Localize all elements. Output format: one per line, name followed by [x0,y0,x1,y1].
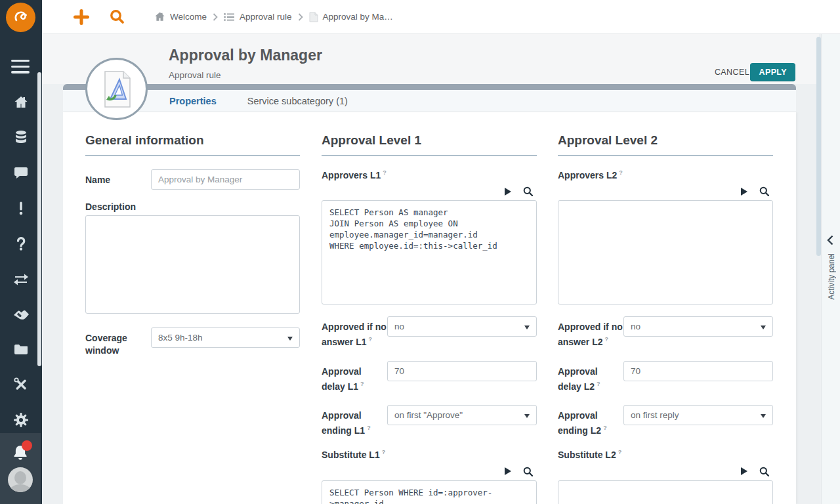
main-scrollbar[interactable] [816,37,821,256]
sidebar-item-admin-tools[interactable] [12,376,30,393]
approved-if-no-answer-l1-select[interactable]: no [387,316,537,337]
coverage-window-value: 8x5 9h-18h [158,333,203,343]
approvers-l2-textarea[interactable] [558,200,773,304]
approvers-l1-label: Approvers L1? [322,169,537,181]
sidebar-item-data[interactable] [12,129,30,146]
sidebar-item-transfers[interactable] [12,270,30,287]
app-logo[interactable] [6,3,35,32]
exclamation-icon [13,200,29,216]
question-icon [13,236,29,251]
chevron-down-icon [287,337,293,341]
chevron-right-icon [298,13,303,21]
menu-toggle-icon[interactable] [11,60,30,75]
name-label: Name [85,169,151,186]
breadcrumb-item-approval-rule[interactable]: Approval rule [224,12,292,22]
notification-badge [22,440,32,451]
approval-delay-l2-input[interactable] [623,361,773,381]
search-query-icon[interactable] [759,467,769,476]
field-name: Name [85,169,300,190]
sidebar-item-documents[interactable] [12,341,30,358]
name-input[interactable] [151,169,300,190]
oql-toolbar [322,186,537,196]
approvers-l1-textarea[interactable]: SELECT Person AS manager JOIN Person AS … [322,200,537,304]
fieldset-heading: General information [85,133,300,156]
approval-ending-l1-label: Approval ending L1? [322,405,387,437]
field-approval-delay-l1: Approval delay L1? [322,361,537,393]
fieldset-general-information: General information Name Description Cov… [85,112,300,504]
approval-delay-l2-label: Approval delay L2? [558,361,623,393]
chevron-down-icon [524,326,530,329]
plus-icon [72,8,91,26]
help-marker: ? [597,381,600,387]
approved-if-no-answer-l2-select[interactable]: no [623,316,773,337]
help-marker: ? [618,449,622,455]
search-query-icon[interactable] [523,467,533,476]
run-query-icon[interactable] [740,467,748,476]
list-icon [224,12,235,22]
activity-panel-toggle[interactable] [827,235,833,248]
oql-toolbar [558,467,773,476]
sidebar-item-services[interactable] [12,306,30,323]
sidebar-item-home[interactable] [12,94,30,111]
global-search-button[interactable] [109,9,125,25]
field-approval-delay-l2: Approval delay L2? [558,361,773,393]
substitute-l2-textarea[interactable] [558,480,773,504]
substitute-l1-label: Substitute L1? [322,449,537,461]
page-title: Approval by Manager [169,47,322,64]
chevron-down-icon [761,414,766,418]
run-query-icon[interactable] [504,187,512,196]
tools-icon [13,377,29,392]
field-approved-if-no-answer-l1: Approved if no answer L1? no [322,316,537,348]
cancel-button[interactable]: CANCEL [715,68,749,77]
tab-properties[interactable]: Properties [169,96,217,106]
sidebar-item-help[interactable] [12,235,30,252]
sidebar-item-settings[interactable] [12,411,30,429]
search-query-icon[interactable] [523,186,533,196]
substitute-l1-textarea[interactable]: SELECT Person WHERE id=:approver->manage… [322,480,537,504]
coverage-window-label: Coverage window [85,327,151,357]
fieldset-approval-level-1: Approval Level 1 Approvers L1? SELECT Pe… [322,112,537,504]
database-icon [13,129,29,145]
approval-ending-l2-value: on first reply [631,410,679,420]
gear-icon [13,412,29,428]
new-object-button[interactable] [72,8,91,26]
breadcrumb-item-current[interactable]: Approval by Ma… [309,12,393,22]
help-marker: ? [367,425,371,431]
folder-icon [13,341,29,357]
topbar: Welcome Approval rule [42,0,840,34]
approved-if-no-answer-l2-label: Approved if no answer L2? [558,316,623,348]
run-query-icon[interactable] [740,187,748,196]
run-query-icon[interactable] [504,467,512,476]
user-avatar[interactable] [8,467,33,492]
oql-toolbar [322,467,537,476]
search-query-icon[interactable] [759,186,769,196]
approval-ending-l1-select[interactable]: on first "Approve" [387,405,537,425]
approval-delay-l1-input[interactable] [387,361,537,381]
approval-delay-l1-label: Approval delay L1? [322,361,387,393]
sidebar-item-alerts[interactable] [12,200,30,217]
apply-button[interactable]: APPLY [750,63,795,81]
swap-arrows-icon [12,271,30,287]
avatar-head [14,471,26,484]
home-icon [13,94,29,110]
help-marker: ? [368,336,372,343]
object-header: Approval by Manager Approval rule CANCEL… [42,34,819,84]
breadcrumb-label: Approval by Ma… [323,12,393,22]
description-textarea[interactable] [85,215,300,314]
chevron-down-icon [761,326,766,329]
coverage-window-select[interactable]: 8x5 9h-18h [151,327,300,348]
fieldset-heading: Approval Level 2 [558,133,773,156]
help-marker: ? [360,381,364,387]
field-approval-ending-l1: Approval ending L1? on first "Approve" [322,405,537,437]
chat-icon [13,165,29,180]
breadcrumb-item-welcome[interactable]: Welcome [154,12,207,22]
object-class-icon [85,58,148,120]
field-approval-ending-l2: Approval ending L2? on first reply [558,405,773,437]
sidebar-scrollbar[interactable] [37,72,41,366]
tab-service-subcategory[interactable]: Service subcategory (1) [247,96,348,106]
main-page: Approval by Manager Approval rule CANCEL… [42,34,819,504]
page-subtitle: Approval rule [169,70,322,80]
fieldset-approval-level-2: Approval Level 2 Approvers L2? Approved … [558,112,773,504]
approval-ending-l2-select[interactable]: on first reply [623,405,773,425]
sidebar-item-support[interactable] [12,164,30,181]
